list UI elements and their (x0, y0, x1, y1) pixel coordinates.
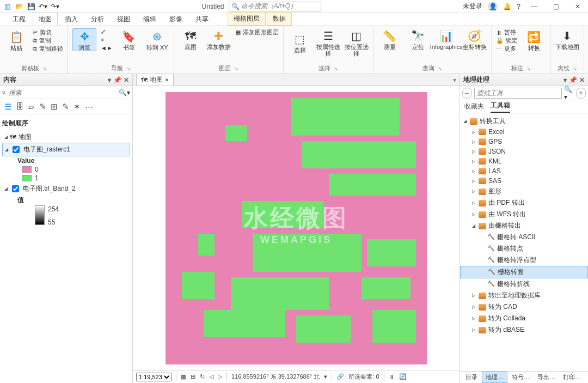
gp-tree-node[interactable]: ◢由栅格转出 (460, 220, 588, 232)
gp-tree-node[interactable]: ▷图形 (460, 186, 588, 197)
gp-tree-node[interactable]: ▷SAS (460, 176, 588, 186)
qat-open-icon[interactable]: 📂 (14, 2, 24, 11)
status-pause2-icon[interactable]: ⏸ (389, 374, 395, 380)
zoom-full-button[interactable]: ⤢ (101, 28, 113, 35)
btab-geoprocessing[interactable]: 地理… (482, 372, 507, 383)
qat-undo-icon[interactable]: ↶▾ (38, 2, 48, 11)
ribbon-tab-project[interactable]: 工程 (7, 12, 32, 26)
qat-save-icon[interactable]: 💾 (26, 2, 36, 11)
map-frame[interactable]: 🗺地图 (2, 131, 130, 143)
prev-extent-button[interactable]: ◄► (101, 45, 113, 51)
panel-menu-icon[interactable]: ▾ (564, 76, 567, 84)
map-canvas[interactable]: 水经微图WEMAPGIS (133, 86, 460, 370)
search-icon[interactable]: 🔍▾ (119, 89, 130, 96)
gp-tree-node[interactable]: ▷转为 dBASE (460, 324, 588, 336)
select-by-attr-button[interactable]: ☰按属性选择 (316, 28, 340, 57)
list-by-snap-icon[interactable]: ⊞ (51, 102, 58, 112)
command-search[interactable]: 🔍 命令搜索（Alt+Q） (229, 2, 321, 11)
lock-label-button[interactable]: 🔒 锁定 (496, 37, 518, 45)
layer-rasterc1-visibility[interactable] (13, 146, 20, 153)
window-minimize[interactable]: — (526, 1, 542, 12)
btab-symbology[interactable]: 符号… (509, 372, 533, 382)
gp-tree-node[interactable]: 栅格转浮点型 (460, 254, 588, 266)
list-by-perspective-icon[interactable]: ✶ (74, 102, 81, 112)
add-data-button[interactable]: ✚添加数据 (207, 28, 231, 50)
qat-new-icon[interactable]: ▥ (2, 2, 12, 11)
bookmarks-button[interactable]: 🔖书签 (117, 29, 141, 51)
convert-label-button[interactable]: 🔁转换 (522, 29, 546, 51)
login-status[interactable]: 未登录 (463, 2, 482, 11)
ribbon-tab-edit[interactable]: 编辑 (137, 12, 162, 26)
infographics-button[interactable]: 📊Infographics (434, 28, 458, 50)
pause-label-button[interactable]: ⏸ 暂停 (496, 28, 518, 37)
notifications-icon[interactable]: 🔔 (503, 3, 511, 10)
ctx-tab-raster-layer[interactable]: 栅格图层 (228, 12, 266, 26)
gp-tree-node[interactable]: ▷KML (460, 156, 588, 166)
gp-add-button[interactable]: ＋ (576, 88, 586, 99)
explore-button[interactable]: ✥浏览 (72, 28, 96, 51)
gp-tree-node[interactable]: ▷由 WFS 转出 (460, 209, 588, 220)
map-view-tab[interactable]: 🗺地图× (136, 74, 174, 86)
add-graphics-layer-button[interactable]: ▦ 添加图形图层 (235, 28, 279, 37)
locate-button[interactable]: 🔭定位 (406, 28, 430, 50)
scale-selector[interactable]: 1:19,523 (136, 373, 171, 381)
basemap-button[interactable]: 🗺底图 (179, 28, 203, 50)
ribbon-tab-view[interactable]: 视图 (111, 12, 136, 26)
panel-menu-icon[interactable]: ▾ (108, 76, 111, 84)
panel-close-icon[interactable]: ✕ (124, 76, 129, 84)
gp-tree-node[interactable]: ▷JSON (460, 147, 588, 156)
ribbon-tab-insert[interactable]: 插入 (59, 12, 84, 26)
view-menu-icon[interactable]: ▾ (453, 76, 456, 84)
gp-tree-node[interactable]: ▷Excel (460, 127, 588, 137)
list-by-label-icon[interactable]: ✎ (62, 102, 69, 112)
layer-tif-band2-visibility[interactable] (12, 185, 19, 192)
gp-tree-node[interactable]: ▷转出至地理数据库 (460, 290, 588, 301)
panel-pin-icon[interactable]: 📌 (113, 76, 121, 84)
status-rotate-icon[interactable]: ↻ (200, 373, 205, 380)
gp-tree-node[interactable]: 栅格转折线 (460, 278, 588, 290)
list-by-edit-icon[interactable]: ✎ (39, 102, 46, 112)
qat-redo-icon[interactable]: ↷▾ (50, 2, 60, 11)
list-by-drawing-icon[interactable]: ☰ (4, 102, 11, 112)
layer-tif-band2[interactable]: 电子图.tif_Band_2 (2, 183, 130, 195)
contents-search[interactable] (8, 88, 117, 97)
list-by-selection-icon[interactable]: ▱ (28, 102, 35, 112)
snapping-icon[interactable]: 🔗 (336, 373, 344, 380)
coord-convert-button[interactable]: 🧭坐标转换 (463, 28, 487, 50)
gp-tree-node[interactable]: ▷GPS (460, 137, 588, 147)
ribbon-tab-analysis[interactable]: 分析 (85, 12, 110, 26)
ribbon-tab-map[interactable]: 地图 (33, 12, 58, 26)
status-tool-icon[interactable]: ▦ (181, 373, 186, 380)
gp-tree-node[interactable]: ▷LAS (460, 166, 588, 176)
btab-export[interactable]: 导出… (534, 372, 559, 382)
gp-tree-node[interactable]: ▷转为 Collada (460, 313, 588, 324)
copy-path-button[interactable]: ⧉ 复制路径 (33, 45, 63, 53)
panel-pin-icon[interactable]: 📌 (569, 76, 577, 84)
zoom-fixed-button[interactable]: ⌖ (101, 37, 113, 44)
select-by-loc-button[interactable]: ◫按位置选择 (345, 28, 369, 57)
status-play-icon[interactable]: ▷ (218, 373, 222, 380)
ctx-tab-data[interactable]: 数据 (267, 12, 292, 26)
panel-close-icon[interactable]: ✕ (579, 76, 585, 84)
gp-tree-node[interactable]: 栅格转点 (460, 243, 588, 254)
cut-button[interactable]: ✂ 剪切 (33, 28, 63, 37)
list-by-source-icon[interactable]: 🗄 (16, 102, 24, 111)
gp-tree-node[interactable]: ▷由 PDF 转出 (460, 197, 588, 209)
gp-tool-selected[interactable]: 栅格转面 (460, 266, 588, 278)
select-button[interactable]: ⬚选择 (288, 32, 312, 53)
download-map-button[interactable]: ⬇下载地图 (555, 28, 579, 50)
layer-rasterc1[interactable]: 电子图_rasterc1 (2, 143, 130, 156)
more-label-button[interactable]: ⋯ 更多 (496, 45, 518, 53)
btab-catalog[interactable]: 目录 (462, 372, 481, 382)
gp-tab-favorites[interactable]: 收藏夹 (464, 102, 484, 113)
paste-button[interactable]: 📋粘贴 (4, 29, 28, 51)
gp-tree-node[interactable]: 栅格转 ASCII (460, 232, 588, 243)
gp-back-button[interactable]: ← (462, 88, 472, 99)
close-tab-icon[interactable]: × (165, 76, 169, 84)
window-close[interactable]: ✕ (569, 1, 586, 12)
ribbon-tab-imagery[interactable]: 影像 (163, 12, 188, 26)
gp-tree-node[interactable]: ▷转为 CAD (460, 301, 588, 313)
user-icon[interactable]: 👤 (488, 2, 498, 11)
copy-button[interactable]: ⧉ 复制 (33, 37, 63, 45)
window-maximize[interactable]: ▢ (548, 1, 564, 12)
